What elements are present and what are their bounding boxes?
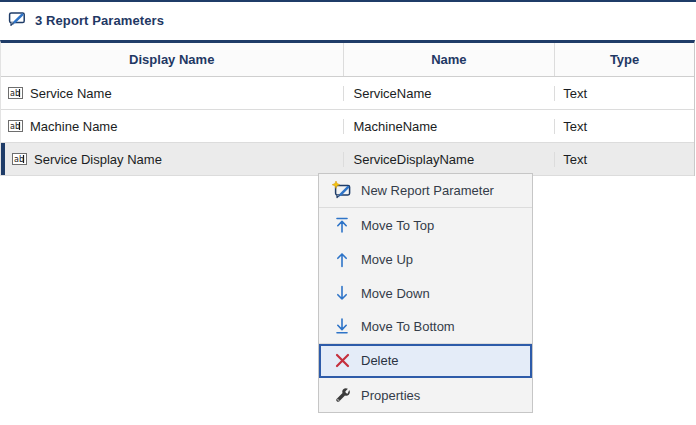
context-menu: New Report Parameter Move To Top Move Up (318, 173, 533, 413)
svg-text:ab: ab (14, 155, 24, 164)
menu-item-label: Delete (361, 353, 399, 368)
delete-icon (332, 353, 352, 368)
menu-item-label: Properties (361, 388, 420, 403)
table-header-row: Display Name Name Type (1, 43, 694, 77)
display-name-text: Service Name (30, 86, 112, 101)
move-to-bottom-icon (332, 318, 352, 335)
type-text: Text (563, 86, 587, 101)
move-to-top-icon (332, 217, 352, 234)
menu-item-move-up[interactable]: Move Up (319, 242, 532, 276)
panel-top-border (0, 0, 696, 2)
menu-item-move-to-top[interactable]: Move To Top (319, 208, 532, 242)
new-report-parameter-icon (332, 181, 352, 200)
display-name-cell: ab Machine Name (1, 119, 344, 134)
menu-item-delete[interactable]: Delete (319, 344, 532, 378)
display-name-cell: ab Service Name (1, 86, 344, 101)
display-name-cell: ab Service Display Name (1, 152, 344, 167)
menu-item-move-down[interactable]: Move Down (319, 276, 532, 310)
panel-title: 3 Report Parameters (35, 13, 164, 28)
type-text: Text (563, 152, 587, 167)
name-text: ServiceDisplayName (354, 152, 475, 167)
table-row-service-name[interactable]: ab Service Name ServiceName Text (1, 77, 694, 110)
name-text: MachineName (354, 119, 438, 134)
textbox-icon: ab (8, 87, 23, 99)
report-parameter-icon (8, 10, 27, 31)
column-header-name[interactable]: Name (344, 43, 556, 76)
menu-item-label: Move Down (361, 286, 430, 301)
type-text: Text (563, 119, 587, 134)
table-row-service-display-name[interactable]: ab Service Display Name ServiceDisplayNa… (1, 143, 694, 176)
svg-text:ab: ab (10, 122, 20, 131)
column-header-type[interactable]: Type (555, 43, 694, 76)
textbox-icon: ab (12, 153, 27, 165)
menu-item-label: Move To Bottom (361, 319, 455, 334)
move-up-icon (332, 251, 352, 268)
menu-item-label: New Report Parameter (361, 183, 494, 198)
display-name-text: Service Display Name (34, 152, 162, 167)
textbox-icon: ab (8, 120, 23, 132)
name-text: ServiceName (354, 86, 432, 101)
menu-item-new-report-parameter[interactable]: New Report Parameter (319, 174, 532, 208)
panel-header: 3 Report Parameters (8, 10, 164, 31)
menu-item-properties[interactable]: Properties (319, 378, 532, 412)
display-name-text: Machine Name (30, 119, 117, 134)
parameters-table: Display Name Name Type ab Service Name S… (0, 40, 695, 176)
menu-item-move-to-bottom[interactable]: Move To Bottom (319, 310, 532, 344)
svg-text:ab: ab (10, 89, 20, 98)
report-parameters-panel: 3 Report Parameters Display Name Name Ty… (0, 0, 696, 425)
selected-row-accent (1, 143, 5, 175)
table-row-machine-name[interactable]: ab Machine Name MachineName Text (1, 110, 694, 143)
move-down-icon (332, 285, 352, 302)
properties-icon (332, 387, 352, 404)
menu-item-label: Move Up (361, 252, 413, 267)
menu-item-label: Move To Top (361, 218, 434, 233)
column-header-display-name[interactable]: Display Name (1, 43, 344, 76)
